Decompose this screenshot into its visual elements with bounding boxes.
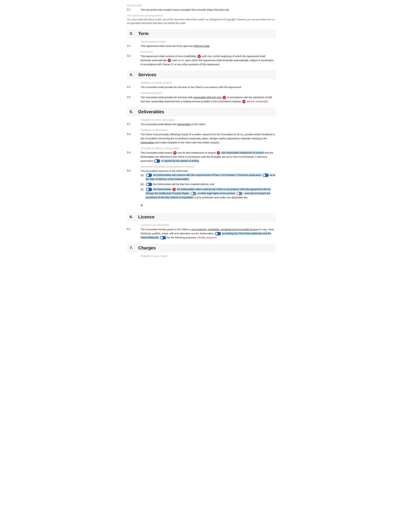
clause-4-1-row: 4.1 The Consultant shall provide the Ser… <box>127 85 276 89</box>
deliverables-link-5-2[interactable]: Deliverables <box>140 141 155 144</box>
highlight-5-3-b: or agreed by the parties in writing <box>161 159 199 162</box>
toggle-6-1-a[interactable] <box>215 232 221 235</box>
section-7-title: Charges <box>138 245 156 251</box>
toggle-circle-5-4-b <box>146 183 149 186</box>
commencement-label: Commencement of term <box>140 40 276 43</box>
section-3-title: Term <box>138 31 149 36</box>
clause-5-3-row: 5.3 The Consultant shall ensure or use i… <box>127 151 276 163</box>
section-3-num: 3. <box>130 31 138 36</box>
clause-5-2-row: 5.2 The Client must promptly, following … <box>127 133 276 145</box>
sub-item-text-c: the Deliverables or the Deliverables whe… <box>146 187 276 199</box>
or-badge-7: or <box>172 188 176 191</box>
clause-4-2-text: The Consultant shall provide the Service… <box>140 95 276 103</box>
feedback-label: Feedback on deliverables <box>140 129 276 131</box>
toggle-5-3[interactable] <box>154 159 160 163</box>
toggle-circle-5-4-c1 <box>146 188 149 191</box>
toggle-circle-5-4-c2 <box>191 192 193 195</box>
toggle-circle-5-3 <box>155 160 157 162</box>
toggle-5-4-c2[interactable] <box>190 192 196 195</box>
section-3-heading: 3. Term <box>127 29 276 38</box>
or-badge-3: or <box>222 96 226 99</box>
clause-3-1-row: 3.1 This Agreement shall come into force… <box>127 44 276 48</box>
licence-label: Licence to use deliverables <box>140 224 276 226</box>
clause-5-4-text: The Consultant warrants to the Client th… <box>140 169 276 201</box>
toggle-circle-6-1-b <box>161 237 163 239</box>
free-docs-label: Free documents licensing warning <box>127 14 276 17</box>
clause-4-2-num: 4.2 <box>127 95 140 103</box>
obligation-charges-label: Obligation to pay charges <box>140 255 276 257</box>
section-7-num: 7. <box>130 246 138 250</box>
section-5-title: Deliverables <box>138 109 164 114</box>
free-docs-warning: You must retain the above credit. Use of… <box>127 18 276 25</box>
or-badge-5: or <box>173 151 176 155</box>
highlight-5-4-c3: or other legal rights of any person <box>197 192 235 195</box>
or-badge-4: or <box>242 100 246 103</box>
toggle-5-4-a2[interactable] <box>263 174 269 177</box>
timetable-label: Timetable for delivery of deliverables <box>140 147 276 150</box>
end-label: End of term <box>140 51 276 53</box>
identify-purposes-placeholder[interactable]: identify purposes <box>197 236 217 239</box>
deliverables-link-5-1[interactable]: Deliverables <box>177 123 191 126</box>
clause-5-1-row: 5.1 The Consultant shall deliver the Del… <box>127 122 276 126</box>
section-7-heading: 7. Charges <box>127 244 276 252</box>
clause-6-1-text: The Consultant hereby grants to the Clie… <box>140 227 276 240</box>
clause-5-3-text: The Consultant shall ensure or use its b… <box>140 151 276 163</box>
toggle-5-4-c1[interactable] <box>146 188 152 191</box>
toggle-5-4-b[interactable] <box>146 183 152 186</box>
clause-6-1-num: 6.1 <box>127 227 140 240</box>
highlight-5-4-c1: the Deliverables <box>153 188 171 191</box>
clause-2-1-row: 2.1 This document was created using a te… <box>127 8 276 12</box>
section-5-num: 5. <box>130 109 138 114</box>
toggle-6-1-b[interactable] <box>160 236 166 239</box>
sub-item-text-a: the Deliverables will conform with the r… <box>146 173 276 181</box>
move-icon[interactable]: ✜ <box>140 203 143 207</box>
clause-2-1-num: 2.1 <box>127 8 140 12</box>
section-6-heading: 6. Licence <box>127 213 276 221</box>
or-badge-6: or <box>217 151 220 155</box>
clause-5-4-row: 5.4 The Consultant warrants to the Clien… <box>127 169 276 201</box>
warranties-label: Deliverables warranties (no acceptance p… <box>140 165 276 168</box>
event-placeholder[interactable]: event <box>177 59 184 62</box>
toggle-circle-5-4-a1 <box>146 174 149 177</box>
section-6-title: Licence <box>138 214 155 220</box>
docular-credit-label: Docular credit <box>127 4 276 7</box>
sub-item-label-b: (b) <box>140 182 146 186</box>
date-placeholder[interactable]: date <box>207 55 212 57</box>
section-6-num: 6. <box>130 215 138 219</box>
or-badge-2: or <box>168 59 171 62</box>
section-4-num: 4. <box>130 72 138 77</box>
sub-item-5-4-c: (c) the Deliverables or the Deliverables… <box>140 187 276 199</box>
toggle-circle-6-1-a <box>215 233 218 235</box>
obligation-deliverables-label: Obligation to deliver deliverables <box>140 119 276 121</box>
clause-5-1-num: 5.1 <box>127 122 140 126</box>
toggle-5-4-c3[interactable] <box>236 192 242 195</box>
toggle-circle-5-4-c3 <box>237 192 239 195</box>
clause-5-2-text: The Client must promptly, following rece… <box>140 133 276 145</box>
toggle-5-4-a1[interactable] <box>146 174 152 177</box>
clause-5-1-text: The Consultant shall deliver the Deliver… <box>140 122 276 126</box>
toggle-circle-5-4-a2 <box>263 174 265 177</box>
clause-3-2-num: 3.2 <box>127 54 140 66</box>
or-badge-1: or <box>197 55 201 58</box>
effective-date-link[interactable]: Effective Date <box>194 44 209 47</box>
sub-item-label-c: (c) <box>140 187 146 199</box>
clause-5-3-num: 5.3 <box>127 151 140 163</box>
standard-services-label: Standard of services <box>140 92 276 94</box>
clause-4-1-text: The Consultant shall provide the Service… <box>140 85 276 89</box>
clause-4-2-row: 4.2 The Consultant shall provide the Ser… <box>127 95 276 103</box>
reasonable-skill-underline: reasonable skill and care <box>193 96 221 99</box>
clause-3-1-num: 3.1 <box>127 44 140 48</box>
sub-item-text-b: the Deliverables will be free from mater… <box>146 182 276 186</box>
sub-item-5-4-a: (a) the Deliverables will conform with t… <box>140 173 276 181</box>
highlight-5-4-a: the Deliverables will conform with the r… <box>153 174 261 177</box>
section-5-heading: 5. Deliverables <box>127 108 276 116</box>
clause-5-2-num: 5.2 <box>127 133 140 145</box>
section-4-heading: 4. Services <box>127 70 276 79</box>
clause-2-1-text: This document was created using a templa… <box>140 8 276 12</box>
specify-standard-placeholder[interactable]: specify standard(s) <box>246 100 268 103</box>
sub-item-5-4-b: (b) the Deliverables will be free from m… <box>140 182 276 186</box>
section-4-title: Services <box>138 72 156 77</box>
highlight-5-3-a: use reasonable endeavours to ensure <box>221 151 264 154</box>
clause-5-4-num: 5.4 <box>127 169 140 201</box>
obligation-services-label: Obligation to provide services <box>140 82 276 84</box>
